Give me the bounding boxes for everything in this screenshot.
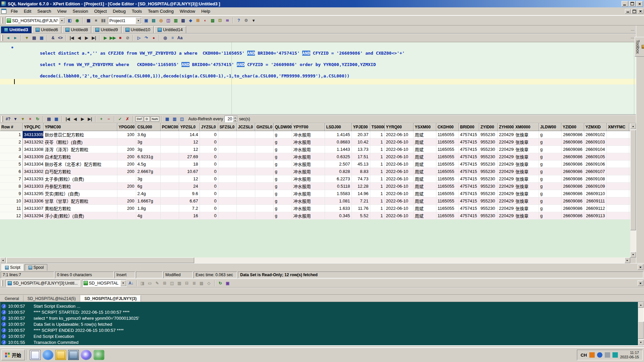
grid-cell[interactable]: 3g bbox=[136, 145, 160, 153]
insert-record-icon[interactable]: + bbox=[98, 116, 105, 122]
execute-snippet-icon[interactable]: ◨ bbox=[139, 280, 146, 287]
menu-item[interactable]: Tools bbox=[129, 8, 145, 15]
row-number-cell[interactable]: 10 bbox=[0, 197, 22, 204]
grid-cell[interactable]: 26609086 bbox=[561, 160, 584, 168]
grid-cell[interactable]: g bbox=[539, 175, 561, 182]
grid-cell[interactable]: 0 bbox=[200, 145, 218, 153]
report-icon[interactable]: ▥ bbox=[176, 280, 183, 287]
convert-case-icon[interactable]: Aa bbox=[176, 35, 183, 41]
refresh-session-icon[interactable]: ↻ bbox=[217, 280, 224, 287]
grid-cell[interactable] bbox=[606, 175, 629, 182]
open-icon[interactable]: ▼ bbox=[23, 35, 31, 41]
grid-cell[interactable]: 45.13 bbox=[352, 160, 370, 168]
grid-cell[interactable] bbox=[117, 190, 136, 197]
column-header[interactable]: BRID00 bbox=[459, 123, 479, 131]
grid-cell[interactable]: g bbox=[539, 131, 561, 138]
grid-cell[interactable]: g bbox=[539, 204, 561, 212]
grid-cell[interactable]: 2204290 bbox=[497, 190, 514, 197]
grid-cell[interactable]: 1165055 bbox=[436, 131, 459, 138]
menu-item[interactable]: Team Coding bbox=[145, 8, 177, 15]
grid-cell[interactable]: 1165055 bbox=[436, 145, 459, 153]
taskbar-clock[interactable]: 11:17 2022-06-15 bbox=[620, 351, 639, 359]
code-template-icon[interactable]: <> bbox=[57, 35, 64, 41]
menu-item[interactable]: Edit bbox=[21, 8, 34, 15]
grid-cell[interactable]: 1 bbox=[370, 168, 384, 175]
grid-cell[interactable]: 1165055 bbox=[436, 204, 459, 212]
column-header[interactable]: PCMC00 bbox=[160, 123, 179, 131]
document-tab[interactable]: Untitled10 bbox=[122, 26, 154, 33]
grid-cell[interactable]: 14.4 bbox=[179, 131, 200, 138]
row-number-cell[interactable]: 7 bbox=[0, 175, 22, 182]
grid-cell[interactable]: 4757415 bbox=[459, 182, 479, 190]
column-header[interactable]: JYZSL0 bbox=[200, 123, 218, 131]
log-line[interactable]: 10:00:57 **** SCRIPT ENDED 2022-06-15 10… bbox=[2, 327, 637, 333]
grid-cell[interactable]: 2204290 bbox=[497, 145, 514, 153]
grid-cell[interactable]: 2022-06-10 bbox=[384, 168, 413, 175]
grid-cell[interactable]: 2204290 bbox=[497, 204, 514, 212]
grid-cell[interactable]: 1.8g bbox=[136, 204, 160, 212]
format-default-chip[interactable]: Def bbox=[136, 116, 143, 122]
grid-cell[interactable]: 26609109 bbox=[584, 182, 606, 190]
column-header[interactable]: YPMC00 bbox=[43, 123, 117, 131]
network-icon[interactable] bbox=[612, 352, 618, 358]
grid-cell[interactable]: 4757415 bbox=[459, 145, 479, 153]
grid-cell[interactable]: 17.51 bbox=[352, 153, 370, 160]
grid-cell[interactable]: 冲水服用 bbox=[292, 153, 325, 160]
grid-cell[interactable] bbox=[117, 175, 136, 182]
grid-cell[interactable]: 955230 bbox=[479, 145, 497, 153]
output-tab[interactable]: SD_HOSPITAL@his214(5) bbox=[23, 295, 80, 302]
spinner-buttons[interactable] bbox=[233, 116, 237, 122]
grid-cell[interactable]: 1165055 bbox=[436, 212, 459, 219]
grid-cell[interactable]: 1165055 bbox=[436, 160, 459, 168]
grid-cell[interactable]: 2.6667g bbox=[136, 168, 160, 175]
grid-cell[interactable]: 34313305 bbox=[22, 131, 43, 138]
grid-cell[interactable]: 1165055 bbox=[436, 182, 459, 190]
grid-cell[interactable]: 1.081 bbox=[325, 197, 352, 204]
grid-cell[interactable]: 26609107 bbox=[584, 168, 606, 175]
grid-cell[interactable]: 周斌 bbox=[413, 138, 436, 145]
grid-cell[interactable]: 2022-06-10 bbox=[384, 131, 413, 138]
grid-cell[interactable] bbox=[160, 153, 179, 160]
grid-cell[interactable]: g bbox=[539, 160, 561, 168]
log-line[interactable]: 10:00:57 select * from ks_ypmxz0 where y… bbox=[2, 315, 637, 321]
grid-cell[interactable]: 34313295 bbox=[22, 190, 43, 197]
grid-cell[interactable] bbox=[160, 212, 179, 219]
debug-icon[interactable]: ▷ bbox=[135, 35, 143, 41]
grid-cell[interactable] bbox=[606, 145, 629, 153]
grid-cell[interactable]: 2022-06-10 bbox=[384, 212, 413, 219]
single-record-icon[interactable]: ⊟ bbox=[183, 280, 191, 287]
log-scrollbar[interactable] bbox=[638, 302, 644, 345]
prev-statement-icon[interactable]: ◀ bbox=[75, 35, 83, 41]
sqlnav-icon[interactable] bbox=[81, 350, 92, 360]
post-edits-icon[interactable]: ✓ bbox=[116, 116, 124, 122]
grid-cell[interactable] bbox=[606, 190, 629, 197]
grid-cell[interactable]: 0 bbox=[200, 190, 218, 197]
grid-cell[interactable]: g bbox=[539, 212, 561, 219]
grid-cell[interactable]: 4757415 bbox=[459, 204, 479, 212]
grid-cell[interactable]: 周斌 bbox=[413, 153, 436, 160]
grid-cell[interactable] bbox=[236, 153, 255, 160]
grid-cell[interactable]: 周斌 bbox=[413, 197, 436, 204]
row-number-cell[interactable]: 11 bbox=[0, 204, 22, 212]
mdi-document-icon[interactable] bbox=[1, 9, 6, 14]
grid-cell[interactable] bbox=[117, 212, 136, 219]
grid-cell[interactable]: 34313302 bbox=[22, 168, 43, 175]
grid-cell[interactable]: 200 bbox=[117, 204, 136, 212]
grid-cell[interactable]: 1.1443 bbox=[325, 145, 352, 153]
display-icon[interactable] bbox=[68, 350, 79, 360]
grid-cell[interactable]: 张焕章 bbox=[514, 153, 539, 160]
grid-cell[interactable]: 2022-06-10 bbox=[384, 145, 413, 153]
grid-cell[interactable]: 冲水服用 bbox=[292, 212, 325, 219]
grid-cell[interactable]: 955230 bbox=[479, 182, 497, 190]
grid-cell[interactable]: 13.73 bbox=[352, 145, 370, 153]
grid-cell[interactable]: 4757415 bbox=[459, 168, 479, 175]
grid-cell[interactable] bbox=[236, 212, 255, 219]
grid-cell[interactable]: 11.76 bbox=[352, 204, 370, 212]
grid-cell[interactable]: 1.633 bbox=[325, 204, 352, 212]
refresh-icon[interactable]: ↻ bbox=[34, 116, 41, 122]
notepad-icon[interactable] bbox=[30, 350, 41, 360]
grid-options-icon[interactable]: ⊞ bbox=[161, 280, 168, 287]
grid-row[interactable]: 2 34313292 茯苓（颗粒）(自费) 3g 12 0 g 冲水服用 0. bbox=[0, 138, 636, 145]
pause-icon[interactable]: ▮▮ bbox=[100, 17, 107, 24]
menu-item[interactable]: Help bbox=[198, 8, 213, 15]
